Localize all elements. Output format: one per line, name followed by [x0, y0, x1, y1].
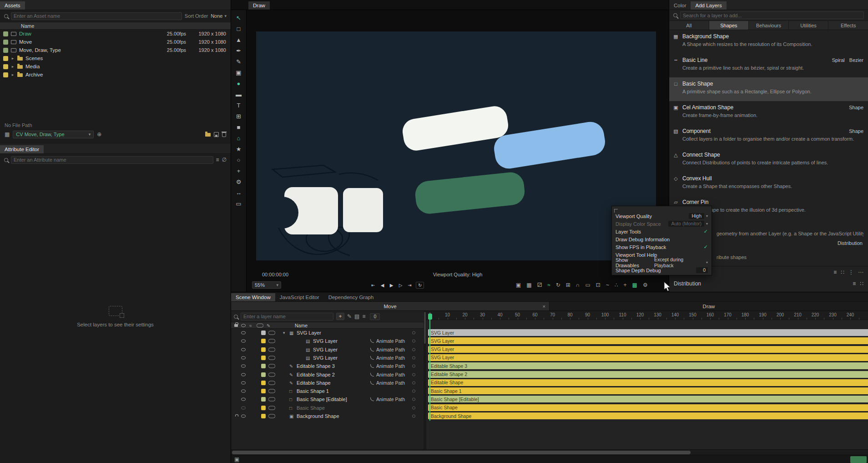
camera-toggle-icon[interactable] [268, 347, 275, 351]
layer-row[interactable]: □Basic Shape [Editable]Animate Path [231, 395, 424, 403]
layer-color-swatch[interactable] [261, 406, 266, 410]
layer-type-item[interactable]: ▣Cel Animation ShapeShapeCreate frame-by… [669, 101, 868, 125]
save-icon[interactable] [214, 132, 219, 137]
menu-grip[interactable] [612, 206, 712, 212]
align-center-icon[interactable]: ∷ [841, 269, 844, 275]
settings-tool[interactable]: ⚙ [234, 177, 244, 186]
camera-toggle-icon[interactable] [268, 331, 275, 335]
animate-path-badge[interactable]: Animate Path [370, 372, 405, 377]
keyframe-dot-icon[interactable] [412, 398, 415, 401]
menu-item-display-color-space[interactable]: Display Color SpaceAuto (Monitor)▾ [612, 220, 712, 228]
keyframe-dot-icon[interactable] [412, 373, 415, 376]
filter-all[interactable]: All [669, 21, 709, 30]
keyframe-dot-icon[interactable] [412, 331, 415, 335]
menu-item-show-drawables[interactable]: Show DrawablesExcept during Playback▾ [612, 259, 712, 266]
display-tool[interactable]: ▭ [234, 199, 244, 208]
timeline-bar[interactable]: Basic Shape [Editable] [428, 396, 868, 402]
filter-icon[interactable]: ≡ [216, 157, 219, 163]
animate-path-badge[interactable]: Animate Path [370, 338, 405, 344]
filter-behaviours[interactable]: Behaviours [749, 21, 789, 30]
sort-order-select[interactable]: None▾ [211, 13, 227, 19]
keyframe-dot-icon[interactable] [412, 365, 415, 368]
filter-utilities[interactable]: Utilities [789, 21, 829, 30]
brush-icon[interactable]: ✎ [347, 313, 352, 320]
keyframe-dot-icon[interactable] [412, 415, 415, 418]
asset-row[interactable]: ▸Scenes [0, 54, 231, 62]
filter-icon[interactable]: ≡ [362, 313, 365, 320]
layer-type-item[interactable]: ◇Convex HullCreate a Shape that encompas… [669, 172, 868, 196]
star-tool[interactable]: ★ [234, 144, 244, 153]
keyframe-dot-icon[interactable] [412, 348, 415, 351]
pencil-tool[interactable]: ✎ [234, 57, 244, 66]
layer-row[interactable]: ▤SVG LayerAnimate Path [231, 337, 424, 345]
layer-row[interactable]: □Basic Shape [231, 404, 424, 412]
camera-toggle-icon[interactable] [268, 356, 275, 360]
close-icon[interactable]: × [543, 304, 545, 309]
layer-color-swatch[interactable] [261, 414, 266, 418]
asset-row[interactable]: ▸Archive [0, 71, 231, 79]
menu-item-draw-debug-information[interactable]: Draw Debug Information [612, 235, 712, 243]
layer-type-item[interactable]: ┅Basic LineSpiralBezierCreate a primitiv… [669, 54, 868, 77]
add-circle-icon[interactable]: ⊕ [97, 131, 101, 137]
visibility-eye-icon[interactable] [241, 390, 246, 393]
camera-toggle-icon[interactable] [268, 381, 275, 385]
asset-row[interactable]: Move25.00fps1920 x 1080 [0, 38, 231, 46]
timeline-bar[interactable]: Basic Shape 1 [428, 387, 868, 394]
keyframe-dot-icon[interactable] [412, 356, 415, 359]
asset-row[interactable]: ▸Media [0, 62, 231, 71]
green-swatch-button[interactable] [850, 456, 867, 463]
select-tool[interactable]: ↖ [234, 13, 244, 22]
asset-row[interactable]: Move, Draw, Type25.00fps1920 x 1080 [0, 46, 231, 54]
nodes-icon[interactable]: ∴ [615, 282, 618, 288]
eraser-tool[interactable]: ▬ [234, 90, 244, 99]
timeline-bar[interactable]: SVG Layer [428, 346, 868, 353]
camera-toggle-icon[interactable] [268, 372, 275, 377]
tab-scene-window[interactable]: Scene Window [231, 293, 275, 301]
asset-search-input[interactable] [11, 12, 182, 20]
square-shape[interactable] [343, 188, 383, 232]
camera-toggle-icon[interactable] [268, 364, 275, 368]
animate-path-badge[interactable]: Animate Path [370, 397, 405, 402]
timeline-area[interactable]: 0102030405060708090100110120130140150160… [426, 311, 868, 449]
timeline-bar[interactable]: Background Shape [428, 412, 868, 419]
animate-path-badge[interactable]: Animate Path [370, 355, 405, 361]
viewport-tab-draw[interactable]: Draw [248, 1, 270, 10]
layer-row[interactable]: ✎Editable ShapeAnimate Path [231, 379, 424, 387]
motion-path-icon[interactable]: ~ [606, 282, 609, 288]
keyframe-dot-icon[interactable] [412, 381, 415, 384]
playhead-flag[interactable] [428, 314, 432, 320]
checker-icon[interactable]: ▩ [632, 282, 637, 288]
visibility-eye-icon[interactable] [241, 348, 246, 351]
timeline-ruler[interactable]: 0102030405060708090100110120130140150160… [426, 311, 868, 320]
keyframe-dot-icon[interactable] [412, 340, 415, 343]
tab-javascript-editor[interactable]: JavaScript Editor [275, 293, 324, 301]
camera-toggle-icon[interactable] [268, 397, 275, 402]
delete-icon[interactable] [222, 132, 226, 137]
region-icon[interactable]: ▦ [526, 282, 531, 288]
filter-effects[interactable]: Effects [828, 21, 868, 30]
layer-type-search-input[interactable] [680, 11, 864, 19]
keyframe-dot-icon[interactable] [412, 390, 415, 393]
animate-path-badge[interactable]: Animate Path [370, 363, 405, 369]
filter-shapes[interactable]: Shapes [709, 21, 749, 30]
add-layer-button[interactable]: + [336, 313, 344, 320]
pen-tool[interactable]: ✒ [234, 46, 244, 55]
align-right-icon[interactable]: ⋮ [848, 269, 854, 275]
layer-row[interactable]: ✎Editable Shape 2Animate Path [231, 371, 424, 379]
stack-icon[interactable]: ∷ [860, 280, 863, 287]
timeline-bar[interactable]: SVG Layer [428, 329, 868, 336]
timeline-bar[interactable]: Editable Shape 3 [428, 362, 868, 369]
zoom-select[interactable]: 55%▾ [252, 281, 281, 289]
scrollbar-thumb[interactable] [232, 451, 691, 454]
distribute-icon[interactable]: ⋯ [858, 269, 863, 275]
layers-filter-icon[interactable]: ▤ [354, 313, 359, 320]
timeline-tab-draw[interactable]: Draw [550, 302, 868, 310]
spread-icon[interactable]: ≡ [853, 280, 856, 287]
step-back-button[interactable]: ◀ [379, 283, 385, 288]
timeline-bar[interactable]: Editable Shape [428, 379, 868, 386]
audio-icon[interactable]: ≈ [547, 282, 550, 288]
menu-item-viewport-quality[interactable]: Viewport QualityHigh▾ [612, 212, 712, 220]
timeline-bar[interactable]: Basic Shape [428, 404, 868, 411]
expand-caret-icon[interactable]: ▸ [11, 56, 15, 61]
layer-type-item[interactable]: □Basic ShapeA primitive shape such as a … [669, 77, 868, 101]
